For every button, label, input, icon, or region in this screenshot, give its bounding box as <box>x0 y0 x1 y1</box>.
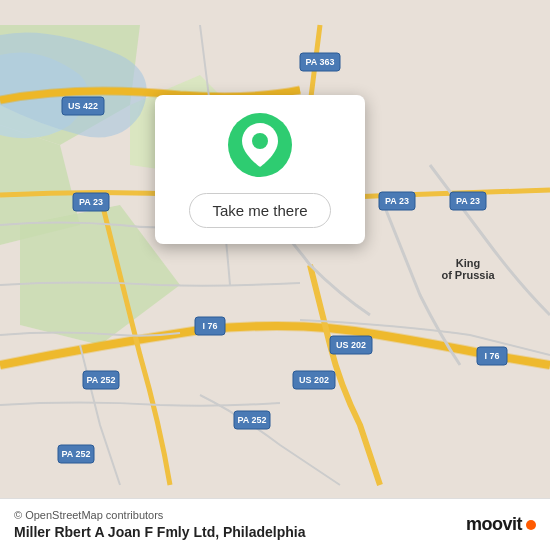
moovit-brand-text: moovit <box>466 514 522 535</box>
svg-text:King: King <box>456 257 480 269</box>
bottom-left: © OpenStreetMap contributors Miller Rber… <box>14 509 305 540</box>
attribution-text: © OpenStreetMap contributors <box>14 509 305 521</box>
moovit-logo: moovit <box>466 514 536 535</box>
svg-text:PA 252: PA 252 <box>61 449 90 459</box>
pin-icon-wrap <box>228 113 292 177</box>
location-pin-icon <box>242 123 278 167</box>
svg-text:US 202: US 202 <box>336 340 366 350</box>
moovit-dot-icon <box>526 520 536 530</box>
svg-text:PA 23: PA 23 <box>385 196 409 206</box>
svg-text:PA 252: PA 252 <box>237 415 266 425</box>
svg-point-31 <box>252 133 268 149</box>
svg-text:I 76: I 76 <box>202 321 217 331</box>
svg-text:US 422: US 422 <box>68 101 98 111</box>
svg-text:of Prussia: of Prussia <box>441 269 495 281</box>
location-card: Take me there <box>155 95 365 244</box>
svg-text:PA 252: PA 252 <box>86 375 115 385</box>
svg-text:I 76: I 76 <box>484 351 499 361</box>
svg-text:PA 23: PA 23 <box>456 196 480 206</box>
map-container: US 422 PA 363 PA 23 PA 23 PA 23 I 76 I 7… <box>0 0 550 550</box>
bottom-bar: © OpenStreetMap contributors Miller Rber… <box>0 498 550 550</box>
take-me-there-button[interactable]: Take me there <box>189 193 330 228</box>
svg-text:US 202: US 202 <box>299 375 329 385</box>
svg-text:PA 363: PA 363 <box>305 57 334 67</box>
map-background: US 422 PA 363 PA 23 PA 23 PA 23 I 76 I 7… <box>0 0 550 550</box>
place-name: Miller Rbert A Joan F Fmly Ltd, Philadel… <box>14 524 305 540</box>
svg-text:PA 23: PA 23 <box>79 197 103 207</box>
